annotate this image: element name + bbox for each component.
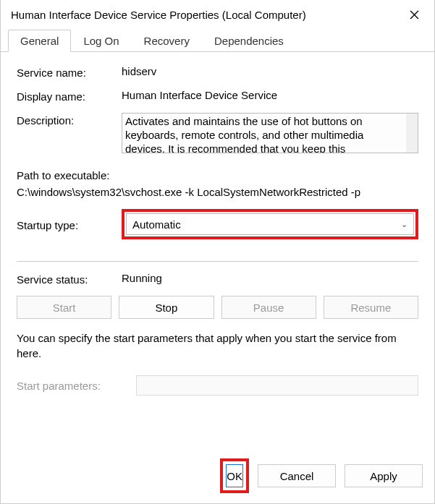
close-button[interactable] [400, 3, 428, 26]
description-box: Activates and maintains the use of hot b… [122, 113, 418, 153]
stop-button[interactable]: Stop [119, 296, 214, 319]
service-status-value: Running [122, 272, 418, 284]
titlebar: Human Interface Device Service Propertie… [1, 0, 434, 29]
service-name-label: Service name: [17, 65, 122, 79]
service-name-value: hidserv [122, 65, 418, 77]
tab-general[interactable]: General [8, 30, 71, 52]
ok-button[interactable]: OK [226, 464, 243, 487]
chevron-down-icon: ⌄ [401, 220, 407, 229]
start-params-hint: You can specify the start parameters tha… [17, 330, 418, 361]
start-params-label: Start parameters: [17, 380, 136, 392]
path-block: Path to executable: C:\windows\system32\… [17, 168, 418, 200]
window-title: Human Interface Device Service Propertie… [11, 9, 400, 21]
display-name-value: Human Interface Device Service [122, 89, 418, 101]
description-label: Description: [17, 113, 122, 127]
dialog-footer: OK Cancel Apply [1, 451, 434, 503]
description-scrollbar[interactable] [406, 114, 418, 153]
path-value: C:\windows\system32\svchost.exe -k Local… [17, 184, 418, 201]
tab-dependencies[interactable]: Dependencies [202, 30, 296, 51]
description-text: Activates and maintains the use of hot b… [122, 114, 406, 153]
startup-type-select[interactable]: Automatic ⌄ [126, 213, 414, 235]
tab-recovery[interactable]: Recovery [132, 30, 202, 51]
apply-button[interactable]: Apply [345, 464, 423, 487]
resume-button: Resume [324, 296, 418, 319]
tab-bar: General Log On Recovery Dependencies [1, 29, 434, 52]
service-status-label: Service status: [17, 272, 122, 286]
startup-type-value: Automatic [132, 218, 181, 231]
tab-content-general: Service name: hidserv Display name: Huma… [1, 52, 434, 451]
pause-button: Pause [221, 296, 316, 319]
service-control-buttons: Start Stop Pause Resume [17, 296, 418, 319]
start-params-input [136, 375, 418, 396]
tab-logon[interactable]: Log On [71, 30, 131, 51]
cancel-button[interactable]: Cancel [258, 464, 336, 487]
divider [17, 261, 418, 262]
display-name-label: Display name: [17, 89, 122, 103]
path-label: Path to executable: [17, 168, 418, 184]
startup-type-highlight: Automatic ⌄ [122, 209, 418, 239]
startup-type-label: Startup type: [17, 218, 122, 231]
properties-dialog: Human Interface Device Service Propertie… [0, 0, 435, 504]
close-icon [410, 10, 419, 20]
start-button: Start [17, 296, 111, 319]
ok-highlight: OK [220, 458, 249, 493]
